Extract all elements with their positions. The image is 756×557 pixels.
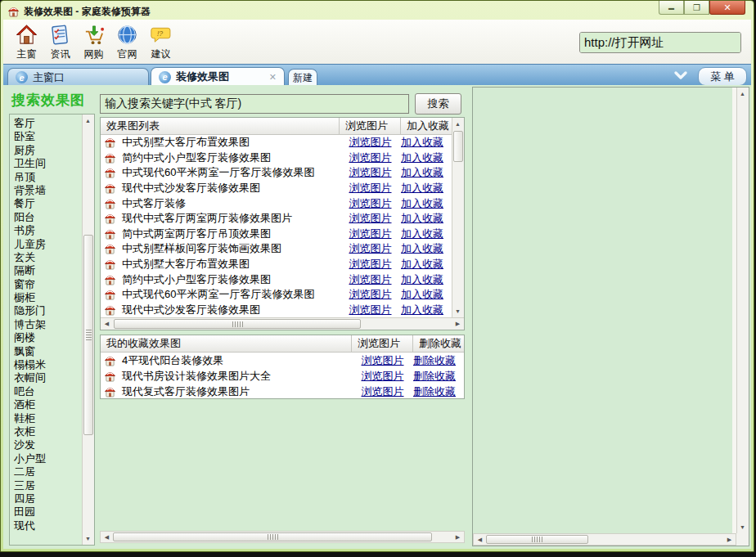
- category-item[interactable]: 衣柜: [14, 425, 82, 438]
- category-item[interactable]: 玄关: [14, 251, 82, 264]
- browse-picture-link[interactable]: 浏览图片: [349, 303, 392, 316]
- add-favorite-link[interactable]: 加入收藏: [401, 212, 443, 224]
- browse-picture-link[interactable]: 浏览图片: [349, 182, 392, 194]
- scrollbar-thumb[interactable]: [113, 532, 432, 541]
- category-item[interactable]: 卧室: [14, 130, 82, 143]
- browse-picture-link[interactable]: 浏览图片: [362, 385, 404, 398]
- add-favorite-link[interactable]: 加入收藏: [401, 182, 443, 194]
- preview-canvas[interactable]: [473, 88, 736, 533]
- scroll-up-icon[interactable]: ▲: [737, 88, 748, 99]
- browse-picture-link[interactable]: 浏览图片: [349, 197, 392, 209]
- add-favorite-link[interactable]: 加入收藏: [401, 166, 443, 178]
- scroll-down-icon[interactable]: ▼: [737, 522, 748, 532]
- category-item[interactable]: 窗帘: [14, 278, 82, 291]
- category-item[interactable]: 吊顶: [14, 171, 82, 184]
- category-item[interactable]: 小户型: [14, 452, 82, 465]
- search-input[interactable]: [100, 94, 409, 114]
- delete-favorite-link[interactable]: 删除收藏: [413, 370, 456, 382]
- add-favorite-link[interactable]: 加入收藏: [401, 242, 443, 254]
- window-titlebar[interactable]: 装修效果图 - 家庭装修预算器: [4, 3, 750, 20]
- category-item[interactable]: 阁楼: [14, 331, 82, 344]
- category-item[interactable]: 三居: [14, 479, 82, 492]
- category-item[interactable]: 儿童房: [14, 238, 82, 251]
- add-favorite-link[interactable]: 加入收藏: [401, 197, 443, 209]
- browse-picture-link[interactable]: 浏览图片: [349, 151, 392, 164]
- category-item[interactable]: 现代: [14, 519, 82, 532]
- category-item[interactable]: 餐厅: [14, 197, 82, 210]
- category-item[interactable]: 田园: [14, 505, 82, 519]
- add-favorite-link[interactable]: 加入收藏: [401, 227, 443, 240]
- category-item[interactable]: 四居: [14, 492, 82, 505]
- new-tab-button[interactable]: 新建: [288, 69, 317, 86]
- category-item[interactable]: 衣帽间: [14, 371, 82, 384]
- results-horizontal-scrollbar[interactable]: ◀ ▶: [101, 317, 464, 330]
- scroll-left-icon[interactable]: ◀: [101, 532, 112, 542]
- chevron-down-icon[interactable]: [673, 69, 688, 82]
- browse-picture-link[interactable]: 浏览图片: [349, 288, 392, 300]
- scroll-up-icon[interactable]: ▲: [83, 115, 93, 126]
- category-item[interactable]: 客厅: [14, 117, 82, 130]
- category-item[interactable]: 榻榻米: [14, 358, 82, 371]
- close-button[interactable]: ✕: [709, 1, 745, 15]
- toolbar-main-window-button[interactable]: 主窗: [10, 22, 43, 61]
- category-item[interactable]: 二居: [14, 465, 82, 478]
- toolbar-news-button[interactable]: 资讯: [43, 22, 77, 61]
- browse-picture-link[interactable]: 浏览图片: [362, 354, 404, 366]
- category-item[interactable]: 书房: [14, 224, 82, 237]
- sidebar-scrollbar[interactable]: ▲ ▼: [82, 115, 94, 545]
- browse-picture-link[interactable]: 浏览图片: [349, 212, 392, 224]
- category-item[interactable]: 隔断: [14, 264, 82, 277]
- toolbar-feedback-button[interactable]: !? 建议: [144, 22, 178, 61]
- add-favorite-link[interactable]: 加入收藏: [401, 258, 443, 270]
- scrollbar-thumb[interactable]: [114, 319, 361, 329]
- scroll-right-icon[interactable]: ▶: [452, 532, 463, 542]
- tab-close-icon[interactable]: ✕: [269, 72, 277, 83]
- browse-picture-link[interactable]: 浏览图片: [349, 166, 392, 178]
- scrollbar-thumb[interactable]: [83, 235, 93, 435]
- scrollbar-thumb[interactable]: [453, 131, 463, 162]
- category-item[interactable]: 卫生间: [14, 157, 82, 170]
- add-favorite-link[interactable]: 加入收藏: [401, 303, 443, 316]
- minimize-button[interactable]: ▬: [659, 1, 684, 15]
- url-input[interactable]: [580, 33, 741, 52]
- preview-vertical-scrollbar[interactable]: ▲ ▼: [736, 88, 749, 533]
- preview-horizontal-scrollbar[interactable]: ◀ ▶: [473, 533, 736, 546]
- tab-effect-pictures[interactable]: e 装修效果图 ✕: [151, 67, 285, 86]
- browse-picture-link[interactable]: 浏览图片: [349, 227, 392, 240]
- category-item[interactable]: 博古架: [14, 318, 82, 331]
- search-button[interactable]: 搜索: [415, 93, 461, 115]
- scrollbar-thumb[interactable]: [486, 535, 588, 544]
- category-item[interactable]: 酒柜: [14, 398, 82, 411]
- results-vertical-scrollbar[interactable]: ▲ ▼: [452, 118, 464, 317]
- scroll-right-icon[interactable]: ▶: [724, 534, 735, 545]
- browse-picture-link[interactable]: 浏览图片: [349, 242, 392, 254]
- category-item[interactable]: 橱柜: [14, 291, 82, 304]
- add-favorite-link[interactable]: 加入收藏: [401, 273, 443, 285]
- add-favorite-link[interactable]: 加入收藏: [401, 136, 443, 148]
- delete-favorite-link[interactable]: 删除收藏: [413, 354, 456, 366]
- category-item[interactable]: 飘窗: [14, 345, 82, 358]
- scroll-left-icon[interactable]: ◀: [475, 534, 485, 545]
- main-horizontal-scrollbar[interactable]: ◀ ▶: [100, 531, 465, 543]
- scroll-right-icon[interactable]: ▶: [452, 318, 463, 329]
- add-favorite-link[interactable]: 加入收藏: [401, 288, 443, 300]
- scroll-up-icon[interactable]: ▲: [452, 119, 463, 129]
- category-item[interactable]: 隐形门: [14, 304, 82, 317]
- category-item[interactable]: 阳台: [14, 211, 82, 224]
- toolbar-shop-button[interactable]: 网购: [77, 22, 110, 61]
- browse-picture-link[interactable]: 浏览图片: [349, 136, 392, 148]
- category-item[interactable]: 吧台: [14, 385, 82, 398]
- scroll-down-icon[interactable]: ▼: [452, 306, 463, 317]
- browse-picture-link[interactable]: 浏览图片: [362, 370, 404, 382]
- scroll-down-icon[interactable]: ▼: [83, 533, 93, 544]
- toolbar-site-button[interactable]: 官网: [110, 22, 144, 61]
- category-item[interactable]: 鞋柜: [14, 412, 82, 425]
- menu-button[interactable]: 菜 单: [698, 67, 747, 86]
- browse-picture-link[interactable]: 浏览图片: [349, 273, 392, 285]
- category-item[interactable]: 背景墙: [14, 184, 82, 197]
- category-item[interactable]: 厨房: [14, 144, 82, 157]
- delete-favorite-link[interactable]: 删除收藏: [413, 385, 456, 398]
- scroll-left-icon[interactable]: ◀: [101, 318, 112, 329]
- browse-picture-link[interactable]: 浏览图片: [349, 258, 392, 270]
- category-item[interactable]: 沙发: [14, 438, 82, 451]
